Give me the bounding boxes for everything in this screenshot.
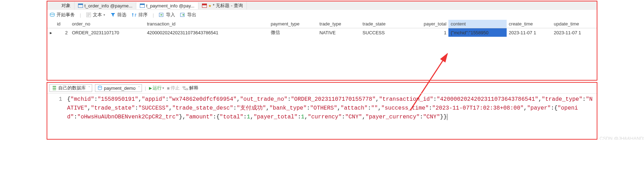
transaction-icon [49,12,55,18]
col-update-time[interactable]: update_time [552,20,597,28]
filter-icon [110,12,116,18]
sort-button[interactable]: 排序 [131,12,148,18]
col-payment-type[interactable]: payment_type [269,20,317,28]
query-icon [202,4,207,8]
label: 解释 [189,85,198,91]
import-icon [159,12,165,18]
cell-payment-type[interactable]: 微信 [269,28,317,37]
col-trade-type[interactable]: trade_type [317,20,360,28]
table-icon [78,4,83,8]
row-marker: ▸ [47,28,55,37]
cell-trade-state[interactable]: SUCCESS [360,28,405,37]
label: 导入 [166,12,175,18]
svg-rect-9 [53,88,56,89]
grid-toolbar: 开始事务 | 文本 ▾ 筛选 排序 | [47,10,597,20]
cell-create-time[interactable]: 2023-11-07 1 [507,28,551,37]
chevron-down-icon: ˇ [87,86,90,90]
text-mode-button[interactable]: 文本 ▾ [86,12,105,18]
import-button[interactable]: 导入 [159,12,175,18]
chevron-down-icon: ˇ [137,86,139,90]
tab-label: t_payment_info @pay... [146,3,195,8]
separator: | [80,12,81,18]
dropdown-caret: ▾ [162,86,164,90]
query-toolbar: 自己的数据库 ˇ payment_demo ˇ | ▶ 运行 ▾ ■ 停止 [47,83,597,94]
col-content[interactable]: content [448,20,507,28]
svg-point-11 [98,86,102,87]
tab-untitled-query[interactable]: ★ * 无标题 - 查询 [198,2,247,10]
svg-rect-8 [53,86,56,87]
tab-order-info[interactable]: t_order_info @payme... [74,2,136,9]
cell-payer-total[interactable]: 1 [405,28,448,37]
cell-order-no[interactable]: ORDER_20231107170 [70,28,145,37]
database-name: payment_demo [104,86,136,91]
svg-point-0 [50,13,54,15]
col-transaction-id[interactable]: transaction_id [145,20,268,28]
tab-label: 对象 [61,2,71,9]
label: 停止 [171,85,180,91]
watermark: CSDN @JH&&HANDSOME [600,136,644,140]
tab-payment-info[interactable]: t_payment_info @pay... [136,2,198,9]
table-icon [140,4,145,8]
connection-select[interactable]: 自己的数据库 ˇ [49,84,92,92]
separator: | [153,12,154,18]
explain-button[interactable]: 解释 [183,85,198,91]
tab-label: * 无标题 - 查询 [213,2,243,9]
label: 筛选 [117,12,126,18]
begin-transaction-button[interactable]: 开始事务 [49,12,75,18]
col-order-no[interactable]: order_no [70,20,145,28]
cell-trade-type[interactable]: NATIVE [317,28,360,37]
cell-id[interactable]: 2 [55,28,70,37]
sort-icon [131,12,137,18]
svg-rect-10 [53,89,56,90]
stop-icon: ■ [167,86,170,91]
result-grid[interactable]: id order_no transaction_id payment_type … [47,20,597,37]
database-select[interactable]: payment_demo ˇ [95,84,142,92]
connection-icon [52,86,57,90]
col-id[interactable]: id [55,20,70,28]
text-icon [86,12,91,18]
label: 文本 [93,12,102,18]
svg-rect-13 [186,89,188,90]
filter-button[interactable]: 筛选 [110,12,126,18]
export-icon [180,12,186,18]
tab-label: t_order_info @payme... [84,3,132,8]
play-icon: ▶ [149,86,152,90]
col-create-time[interactable]: create_time [507,20,551,28]
sql-editor[interactable]: {"mchid":"1558950191","appid":"wx74862e0… [67,95,595,121]
editor-tabs: 对象 t_order_info @payme... t_payment_info… [47,1,597,10]
explain-icon [183,86,188,90]
svg-rect-12 [183,87,185,88]
table-row[interactable]: ▸ 2 ORDER_20231107170 420000202420231107… [47,28,597,37]
label: 排序 [138,12,148,18]
unsaved-star-icon: ★ [208,4,211,8]
line-number: 1 [49,95,67,104]
cell-update-time[interactable]: 2023-11-07 1 [552,28,597,37]
label: 开始事务 [56,12,75,18]
database-icon [97,86,102,90]
stop-button: ■ 停止 [167,85,180,91]
cell-transaction-id[interactable]: 4200002024202311073643786541 [145,28,268,37]
cell-content[interactable]: {"mchid":"1558950 [448,28,507,37]
col-trade-state[interactable]: trade_state [360,20,405,28]
separator: | [145,86,146,91]
connection-name: 自己的数据库 [58,85,86,91]
col-payer-total[interactable]: payer_total [405,20,448,28]
dropdown-caret: ▾ [103,13,105,17]
tab-objects[interactable]: 对象 [58,2,74,10]
run-button[interactable]: ▶ 运行 ▾ [149,85,164,91]
label: 导出 [187,12,196,18]
label: 运行 [153,85,162,91]
export-button[interactable]: 导出 [180,12,196,18]
